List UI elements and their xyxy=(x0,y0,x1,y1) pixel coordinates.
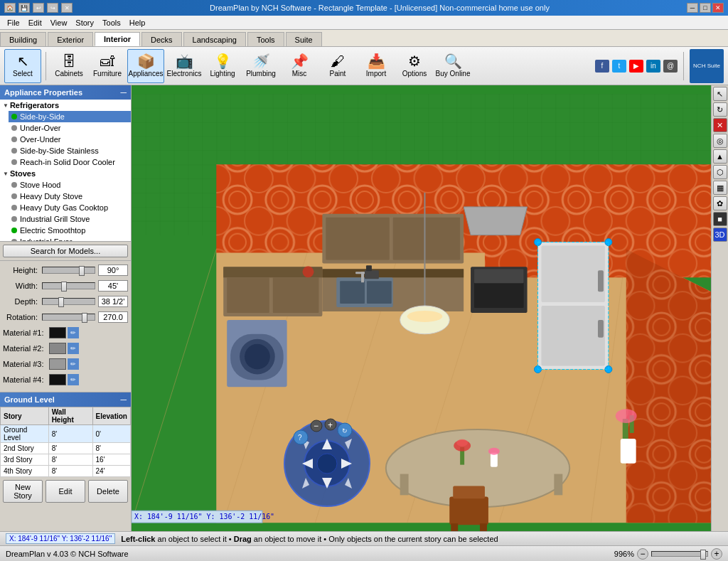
col-elevation: Elevation xyxy=(92,407,130,425)
view-btn-decor[interactable]: ✿ xyxy=(713,196,727,210)
zoom-thumb[interactable] xyxy=(700,550,706,560)
maximize-btn[interactable]: □ xyxy=(700,3,711,13)
tab-landscaping[interactable]: Landscaping xyxy=(183,32,246,46)
view-btn-hex[interactable]: ⬡ xyxy=(713,165,727,179)
view-btn-cursor[interactable]: ↖ xyxy=(713,87,727,101)
tree-item-heavy-duty-gas[interactable]: Heavy Duty Gas Cooktop xyxy=(9,202,131,213)
menu-story[interactable]: Story xyxy=(71,16,98,29)
menu-tools[interactable]: Tools xyxy=(98,16,125,29)
new-story-btn[interactable]: New Story xyxy=(3,480,43,503)
edit-story-btn[interactable]: Edit xyxy=(46,480,85,503)
tree-item-electric-smoothtop[interactable]: Electric Smoothtop xyxy=(9,225,131,236)
tree-item-label: Stove Hood xyxy=(20,181,60,189)
height-thumb[interactable] xyxy=(79,266,85,276)
story-row-4th[interactable]: 4th Story 8' 24' xyxy=(1,466,131,477)
mat4-swatch[interactable] xyxy=(49,374,66,385)
view-btn-3d[interactable]: 3D xyxy=(713,228,727,242)
story-row-ground[interactable]: Ground Level 8' 0' xyxy=(1,425,131,443)
toolbar-lighting[interactable]: 💡 Lighting xyxy=(204,49,241,83)
tree-item-stove-hood[interactable]: Stove Hood xyxy=(9,179,131,191)
tab-exterior[interactable]: Exterior xyxy=(48,32,93,46)
menu-file[interactable]: File xyxy=(3,16,24,29)
share-btn[interactable]: @ xyxy=(663,60,678,73)
mat3-swatch[interactable] xyxy=(49,358,66,370)
tab-tools-tab[interactable]: Tools xyxy=(247,32,284,46)
toolbar-options[interactable]: ⚙ Options xyxy=(396,49,433,83)
story-name: 2nd Story xyxy=(1,443,49,454)
redo-btn[interactable]: ↪ xyxy=(47,3,58,13)
tree-item-industrial-grill[interactable]: Industrial Grill Stove xyxy=(9,213,131,225)
nav-wheel[interactable]: ? − + ↻ xyxy=(281,417,373,510)
close-btn[interactable]: ✕ xyxy=(712,3,724,13)
view-btn-up[interactable]: ▲ xyxy=(713,149,727,164)
mat1-edit-btn[interactable]: ✏ xyxy=(68,327,79,338)
tree-item-sbs-stainless[interactable]: Side-by-Side Stainless xyxy=(9,145,131,156)
tree-item-refrigerators[interactable]: ▼ Refrigerators xyxy=(0,100,131,111)
tree-item-over-under[interactable]: Over-Under xyxy=(9,134,131,145)
tree-item-side-by-side[interactable]: Side-by-Side xyxy=(9,111,131,122)
mat2-edit-btn[interactable]: ✏ xyxy=(68,343,79,354)
toolbar-cabinets[interactable]: 🗄 Cabinets xyxy=(50,49,87,83)
tree-item-heavy-duty-stove[interactable]: Heavy Duty Stove xyxy=(9,191,131,202)
svg-text:+: + xyxy=(328,420,333,430)
mat1-swatch[interactable] xyxy=(49,327,66,338)
search-models-btn[interactable]: Search for Models... xyxy=(3,245,128,257)
mat3-edit-btn[interactable]: ✏ xyxy=(68,358,79,370)
viewport[interactable]: X: 184'-9 11/16" Y: 136'-2 11/16" xyxy=(132,85,711,531)
tree-item-stoves-cat[interactable]: ▼ Stoves xyxy=(0,168,131,179)
view-btn-delete[interactable]: ✕ xyxy=(713,118,727,132)
mat4-edit-btn[interactable]: ✏ xyxy=(68,374,79,385)
story-row-2nd[interactable]: 2nd Story 8' 8' xyxy=(1,443,131,454)
zoom-slider[interactable] xyxy=(651,551,708,557)
ground-level-toggle[interactable]: ─ xyxy=(120,395,127,405)
col-story: Story xyxy=(1,407,49,425)
youtube-btn[interactable]: ▶ xyxy=(629,60,643,73)
view-btn-rotate[interactable]: ↻ xyxy=(713,102,727,117)
menu-edit[interactable]: Edit xyxy=(24,16,46,29)
nch-suite-btn[interactable]: NCH Suite xyxy=(690,49,724,83)
menu-help[interactable]: Help xyxy=(125,16,150,29)
quick-save-btn[interactable]: 💾 xyxy=(18,3,30,13)
toolbar-plumbing[interactable]: 🚿 Plumbing xyxy=(242,49,279,83)
tab-building[interactable]: Building xyxy=(0,32,46,46)
toolbar-buy-online[interactable]: 🔍 Buy Online xyxy=(434,49,471,83)
mat2-swatch[interactable] xyxy=(49,343,66,354)
width-thumb[interactable] xyxy=(61,282,67,292)
facebook-btn[interactable]: f xyxy=(595,60,609,73)
toolbar-furniture[interactable]: 🛋 Furniture xyxy=(89,49,126,83)
tab-suite[interactable]: Suite xyxy=(286,32,322,46)
menu-view[interactable]: View xyxy=(46,16,72,29)
toolbar-paint[interactable]: 🖌 Paint xyxy=(319,49,356,83)
view-btn-black[interactable]: ■ xyxy=(713,212,727,226)
linkedin-btn[interactable]: in xyxy=(646,60,660,73)
view-btn-focus[interactable]: ◎ xyxy=(713,134,727,148)
appliance-tree[interactable]: ▼ Refrigerators Side-by-Side Under-Over … xyxy=(0,100,131,242)
rotation-slider[interactable] xyxy=(42,314,95,321)
stop-btn[interactable]: ✕ xyxy=(61,3,73,13)
tree-item-reach-in[interactable]: Reach-in Solid Door Cooler xyxy=(9,156,131,168)
appliance-panel-toggle[interactable]: ─ xyxy=(120,87,127,97)
twitter-btn[interactable]: t xyxy=(612,60,626,73)
depth-slider[interactable] xyxy=(42,298,95,305)
toolbar-electronics[interactable]: 📺 Electronics xyxy=(166,49,203,83)
zoom-plus-btn[interactable]: + xyxy=(711,548,722,560)
minimize-btn[interactable]: ─ xyxy=(687,3,698,13)
toolbar-misc[interactable]: 📌 Misc xyxy=(281,49,318,83)
tab-decks[interactable]: Decks xyxy=(141,32,182,46)
story-row-3rd[interactable]: 3rd Story 8' 16' xyxy=(1,454,131,466)
toolbar-import[interactable]: 📥 Import xyxy=(358,49,395,83)
toolbar-appliances[interactable]: 📦 Appliances xyxy=(127,49,164,83)
width-slider[interactable] xyxy=(42,282,95,289)
tree-item-industrial-fryer[interactable]: Industrial Fryer xyxy=(9,236,131,242)
tree-item-under-over[interactable]: Under-Over xyxy=(9,122,131,134)
delete-story-btn[interactable]: Delete xyxy=(88,480,128,503)
view-btn-grid[interactable]: ▦ xyxy=(713,181,727,195)
toolbar-select[interactable]: ↖ Select xyxy=(4,49,41,83)
zoom-minus-btn[interactable]: − xyxy=(637,548,648,560)
hint-leftclick: Left-click an object to select it • Drag… xyxy=(121,535,498,543)
undo-btn[interactable]: ↩ xyxy=(33,3,44,13)
depth-thumb[interactable] xyxy=(58,297,64,307)
rotation-thumb[interactable] xyxy=(82,313,87,323)
height-slider[interactable] xyxy=(42,267,95,274)
tab-interior[interactable]: Interior xyxy=(95,32,140,46)
